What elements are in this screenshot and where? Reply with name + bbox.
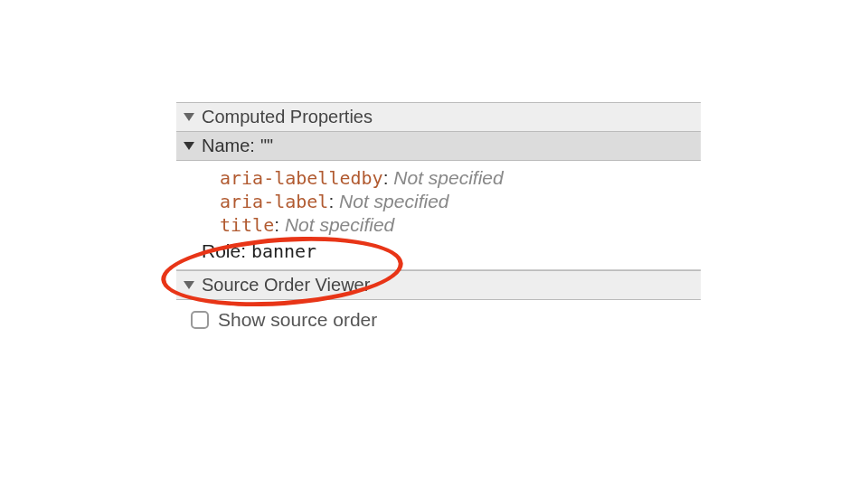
name-value: "" (260, 136, 273, 156)
attr-key: title (220, 214, 274, 236)
checkbox-icon[interactable] (191, 311, 209, 329)
disclosure-triangle-icon (184, 281, 194, 289)
computed-properties-header[interactable]: Computed Properties (176, 102, 701, 132)
role-value: banner (251, 240, 316, 262)
source-order-viewer-header[interactable]: Source Order Viewer (176, 270, 701, 300)
source-order-title: Source Order Viewer (202, 275, 370, 296)
attr-key: aria-label (220, 191, 328, 212)
attr-row-title: title: Not specified (220, 213, 701, 237)
show-source-order-label: Show source order (218, 309, 377, 331)
role-label: Role: (202, 240, 246, 261)
attr-value: Not specified (393, 167, 503, 188)
attr-row-aria-labelledby: aria-labelledby: Not specified (220, 166, 701, 190)
role-row: Role: banner (176, 240, 701, 270)
disclosure-triangle-icon (184, 113, 194, 121)
accessibility-panel: Computed Properties Name: "" aria-labell… (176, 102, 701, 331)
name-header[interactable]: Name: "" (176, 132, 701, 161)
show-source-order-row[interactable]: Show source order (176, 300, 701, 331)
disclosure-triangle-icon (184, 142, 194, 150)
attr-key: aria-labelledby (220, 167, 383, 189)
attr-value: Not specified (339, 191, 448, 211)
attr-value: Not specified (285, 214, 394, 235)
name-attribute-list: aria-labelledby: Not specified aria-labe… (176, 161, 701, 240)
computed-properties-title: Computed Properties (202, 107, 373, 127)
attr-row-aria-label: aria-label: Not specified (220, 190, 701, 213)
name-label: Name: (202, 136, 255, 156)
